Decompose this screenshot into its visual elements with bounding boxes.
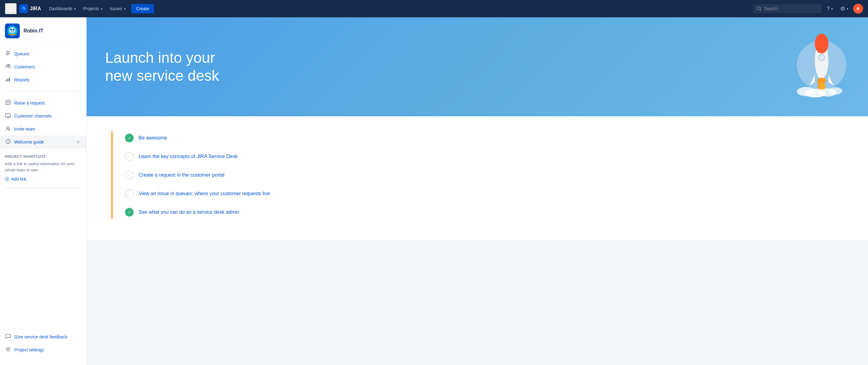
svg-rect-16: [9, 78, 10, 81]
svg-point-8: [9, 34, 10, 35]
topnav-right-section: ? ▾ ⚙ ▾ R: [753, 3, 863, 14]
sidebar-shortcuts: PROJECT SHORTCUTS Add a link to useful i…: [0, 151, 86, 185]
sidebar-item-welcome-guide[interactable]: Welcome guide ✕: [0, 135, 86, 149]
rocket-illustration: [787, 33, 849, 101]
svg-point-5: [10, 29, 12, 31]
raise-request-label: Raise a request: [14, 100, 44, 105]
customer-channels-icon: [5, 113, 11, 119]
check-icon-2: ✓: [125, 171, 134, 179]
hero-text: Launch into your new service desk: [105, 49, 219, 85]
checklist: ✓ Be awesome ✓ Learn the key concepts of…: [111, 131, 843, 219]
checklist-timeline: [111, 131, 113, 219]
welcome-guide-label: Welcome guide: [14, 140, 44, 145]
reports-label: Reports: [14, 77, 29, 82]
customers-icon: [5, 63, 11, 70]
svg-rect-10: [6, 53, 10, 54]
raise-request-icon: [5, 100, 11, 107]
project-settings-label: Project settings: [14, 347, 44, 352]
help-button[interactable]: ? ▾: [824, 4, 835, 14]
checklist-item-0: ✓ Be awesome: [125, 133, 843, 142]
svg-rect-18: [6, 114, 10, 117]
invite-team-icon: [5, 126, 11, 132]
svg-line-2: [760, 9, 761, 11]
sidebar-divider-2: [5, 188, 81, 188]
queues-icon: [5, 51, 11, 57]
welcome-guide-close[interactable]: ✕: [75, 139, 81, 145]
sidebar-bottom-nav: Give service desk feedback Project setti…: [0, 328, 86, 359]
settings-button[interactable]: ⚙ ▾: [838, 3, 851, 14]
checklist-item-3: ✓ View an issue in queues, where your cu…: [125, 189, 843, 198]
check-icon-1: ✓: [125, 152, 134, 161]
checklist-label-1[interactable]: Learn the key concepts of JIRA Service D…: [138, 154, 238, 159]
sidebar-divider-1: [5, 91, 81, 92]
project-avatar: [5, 24, 20, 38]
hero-title: Launch into your new service desk: [105, 49, 219, 85]
svg-point-13: [9, 65, 10, 66]
reports-icon: [5, 77, 11, 83]
checklist-item-4: ✓ See what you can do as a service desk …: [125, 208, 843, 216]
svg-point-25: [815, 34, 828, 54]
hamburger-menu[interactable]: ☰: [5, 3, 17, 14]
check-icon-4: ✓: [125, 208, 134, 216]
logo-text: JIRA: [30, 6, 41, 11]
invite-team-label: Invite team: [14, 126, 35, 131]
hero-banner: Launch into your new service desk: [87, 17, 868, 116]
checklist-label-3[interactable]: View an issue in queues, where your cust…: [138, 191, 270, 196]
svg-point-12: [6, 64, 8, 66]
sidebar-item-invite-team[interactable]: Invite team: [0, 122, 86, 135]
svg-point-26: [818, 55, 825, 61]
search-icon: [757, 6, 762, 11]
svg-rect-14: [6, 80, 7, 81]
sidebar-item-queues[interactable]: Queues: [0, 47, 86, 60]
sidebar-item-reports[interactable]: Reports: [0, 73, 86, 86]
sidebar-project-header: Robin IT: [0, 17, 86, 45]
checklist-label-2[interactable]: Create a request in the customer portal: [138, 172, 224, 178]
checklist-label-0[interactable]: Be awesome: [138, 135, 167, 141]
app-layout: Robin IT Queues Customers Reports: [0, 17, 868, 365]
queues-label: Queues: [14, 51, 29, 56]
sidebar-item-feedback[interactable]: Give service desk feedback: [0, 330, 86, 343]
projects-nav[interactable]: Projects ▾: [80, 4, 105, 13]
sidebar-action-nav: Raise a request Customer channels Invite…: [0, 94, 86, 151]
check-icon-0: ✓: [125, 133, 134, 142]
svg-point-34: [829, 87, 842, 95]
checklist-item-2: ✓ Create a request in the customer porta…: [125, 171, 843, 179]
sidebar-item-customers[interactable]: Customers: [0, 60, 86, 73]
dashboards-nav[interactable]: Dashboards ▾: [46, 4, 79, 13]
dashboards-arrow: ▾: [74, 7, 76, 10]
customer-channels-label: Customer channels: [14, 114, 52, 119]
plus-icon: [5, 177, 9, 181]
issues-nav[interactable]: Issues ▾: [107, 4, 129, 13]
feedback-icon: [5, 333, 11, 340]
project-title: Robin IT: [24, 28, 43, 34]
sidebar-item-customer-channels[interactable]: Customer channels: [0, 110, 86, 122]
sidebar: Robin IT Queues Customers Reports: [0, 17, 87, 365]
svg-rect-15: [7, 79, 8, 81]
feedback-label: Give service desk feedback: [14, 334, 67, 339]
checklist-item-1: ✓ Learn the key concepts of JIRA Service…: [125, 152, 843, 161]
rocket-svg: [787, 31, 849, 102]
sidebar-item-project-settings[interactable]: Project settings: [0, 343, 86, 356]
svg-point-19: [7, 127, 9, 129]
customers-label: Customers: [14, 64, 35, 69]
svg-point-6: [13, 29, 14, 31]
sidebar-item-raise-request[interactable]: Raise a request: [0, 96, 86, 110]
checklist-section: ✓ Be awesome ✓ Learn the key concepts of…: [87, 116, 868, 240]
create-button[interactable]: Create: [131, 4, 154, 13]
search-box[interactable]: [753, 4, 822, 13]
svg-point-4: [9, 27, 16, 33]
svg-rect-11: [6, 55, 9, 55]
user-avatar[interactable]: R: [853, 4, 863, 13]
main-content: Launch into your new service desk: [87, 17, 868, 365]
jira-logo[interactable]: JIRA: [19, 4, 41, 13]
checklist-items: ✓ Be awesome ✓ Learn the key concepts of…: [125, 131, 843, 219]
add-link-button[interactable]: Add link: [5, 177, 81, 182]
top-nav-links: Dashboards ▾ Projects ▾ Issues ▾ Create: [46, 4, 154, 13]
svg-point-22: [7, 348, 9, 350]
shortcuts-title: PROJECT SHORTCUTS: [5, 155, 81, 158]
search-input[interactable]: [764, 6, 813, 11]
project-icon: [7, 25, 18, 36]
checklist-label-4[interactable]: See what you can do as a service desk ad…: [138, 209, 240, 215]
issues-arrow: ▾: [124, 7, 126, 10]
project-settings-icon: [5, 346, 11, 353]
